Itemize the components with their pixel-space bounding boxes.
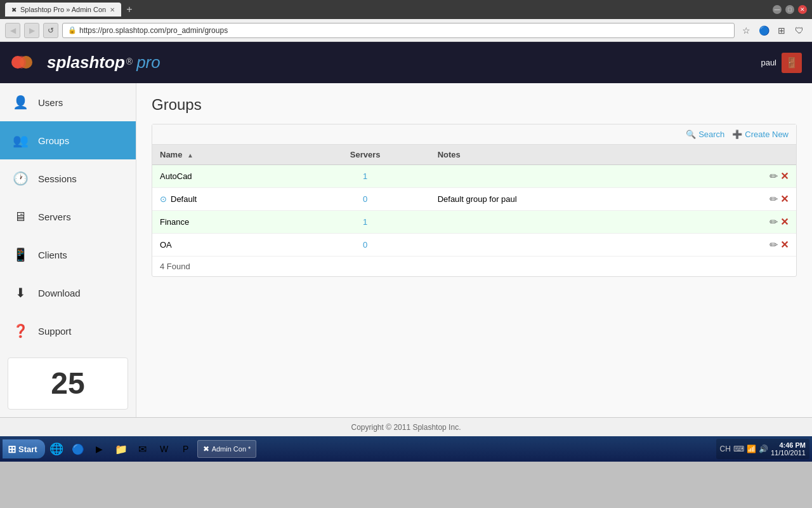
servers-link[interactable]: 1 xyxy=(363,217,367,227)
sidebar-label-servers: Servers xyxy=(38,211,71,222)
content-panel: 🔍 Search ➕ Create New Name ▲ xyxy=(152,124,797,277)
new-tab-button[interactable]: + xyxy=(126,4,132,15)
cell-servers: 1 xyxy=(301,211,430,234)
windows-icon: ⊞ xyxy=(8,443,16,455)
col-actions xyxy=(698,145,796,165)
ssl-lock-icon: 🔒 xyxy=(68,26,77,34)
sidebar-item-support[interactable]: ❓ Support xyxy=(0,312,136,350)
edit-button[interactable]: ✏ xyxy=(769,193,778,205)
edit-button[interactable]: ✏ xyxy=(769,239,778,251)
edit-button[interactable]: ✏ xyxy=(769,170,778,182)
delete-button[interactable]: ✕ xyxy=(780,216,789,228)
logout-button[interactable]: 🚪 xyxy=(782,53,802,73)
servers-link[interactable]: 0 xyxy=(363,194,367,204)
speaker-icon: 🔊 xyxy=(759,444,768,453)
search-button[interactable]: 🔍 Search xyxy=(686,130,724,139)
col-servers: Servers xyxy=(301,145,430,165)
servers-link[interactable]: 1 xyxy=(363,171,367,181)
sessions-icon: 🕐 xyxy=(10,168,30,189)
close-button[interactable]: ✕ xyxy=(798,5,807,14)
cell-notes xyxy=(430,211,699,234)
edit-button[interactable]: ✏ xyxy=(769,216,778,228)
address-bar[interactable]: 🔒 https://pro.splashtop.com/pro_admin/gr… xyxy=(62,23,735,38)
cell-servers: 0 xyxy=(301,188,430,211)
search-label: Search xyxy=(698,130,724,139)
delete-button[interactable]: ✕ xyxy=(780,193,789,205)
browser-extension-2[interactable]: ⊞ xyxy=(774,23,789,38)
word-icon[interactable]: W xyxy=(154,439,174,459)
create-new-label: Create New xyxy=(745,130,789,139)
col-name[interactable]: Name ▲ xyxy=(152,145,301,165)
logo-icon xyxy=(10,48,42,77)
cell-actions: ✏ ✕ xyxy=(698,165,796,188)
servers-icon: 🖥 xyxy=(10,206,30,227)
cell-notes xyxy=(430,234,699,257)
minimize-button[interactable]: — xyxy=(773,5,782,14)
tab-title: Splashtop Pro » Admin Con xyxy=(20,6,106,13)
refresh-button[interactable]: ↺ xyxy=(43,23,58,38)
cell-notes xyxy=(430,165,699,188)
explorer-icon[interactable]: 📁 xyxy=(111,439,131,459)
keyboard-icon: ⌨ xyxy=(733,444,744,453)
cell-notes: Default group for paul xyxy=(430,188,699,211)
maximize-button[interactable]: □ xyxy=(785,5,794,14)
start-button[interactable]: ⊞ Start xyxy=(3,439,45,458)
delete-button[interactable]: ✕ xyxy=(780,170,789,182)
app-header: splashtop®pro paul 🚪 xyxy=(0,42,812,83)
browser-extension-1[interactable]: 🔵 xyxy=(756,23,771,38)
sort-icon: ▲ xyxy=(187,152,193,159)
tab-close-icon[interactable]: ✕ xyxy=(110,6,115,13)
active-app-task[interactable]: ✖ Admin Con * xyxy=(197,440,257,458)
sidebar: 👤 Users 👥 Groups 🕐 Sessions 🖥 Servers 📱 … xyxy=(0,83,136,417)
sidebar-item-groups[interactable]: 👥 Groups xyxy=(0,121,136,159)
sidebar-card: 25 xyxy=(8,358,128,410)
mail-icon[interactable]: ✉ xyxy=(133,439,153,459)
create-new-button[interactable]: ➕ Create New xyxy=(732,130,789,139)
media-icon[interactable]: ▶ xyxy=(89,439,110,459)
sidebar-item-servers[interactable]: 🖥 Servers xyxy=(0,197,136,236)
splashtop-taskbar-icon: ✖ xyxy=(203,444,209,453)
logo-text: splashtop®pro xyxy=(47,53,160,72)
cell-actions: ✏ ✕ xyxy=(698,211,796,234)
sidebar-label-users: Users xyxy=(38,97,63,108)
sidebar-item-clients[interactable]: 📱 Clients xyxy=(0,236,136,274)
url-text: https://pro.splashtop.com/pro_admin/grou… xyxy=(79,26,228,35)
table-row: OA0 ✏ ✕ xyxy=(152,234,796,257)
sidebar-item-sessions[interactable]: 🕐 Sessions xyxy=(0,159,136,197)
sidebar-label-support: Support xyxy=(38,326,72,337)
servers-link[interactable]: 0 xyxy=(363,240,367,250)
create-new-icon: ➕ xyxy=(732,130,742,139)
svg-point-2 xyxy=(17,56,26,69)
panel-toolbar: 🔍 Search ➕ Create New xyxy=(152,124,796,145)
chrome-icon[interactable]: 🔵 xyxy=(68,439,88,459)
browser-extension-3[interactable]: 🛡 xyxy=(792,23,807,38)
users-icon: 👤 xyxy=(10,92,30,112)
groups-table: Name ▲ Servers Notes AutoCad1 ✏ xyxy=(152,145,796,257)
cell-name: AutoCad xyxy=(152,165,301,188)
sidebar-card-number: 25 xyxy=(18,368,117,399)
groups-icon: 👥 xyxy=(10,130,30,150)
logo: splashtop®pro xyxy=(10,48,160,77)
table-row: Finance1 ✏ ✕ xyxy=(152,211,796,234)
header-right: paul 🚪 xyxy=(761,53,802,73)
sidebar-item-users[interactable]: 👤 Users xyxy=(0,83,136,121)
delete-button[interactable]: ✕ xyxy=(780,239,789,251)
bookmark-icon[interactable]: ☆ xyxy=(738,23,754,38)
forward-button[interactable]: ▶ xyxy=(24,23,39,38)
tray-clock: 4:46 PM 11/10/2011 xyxy=(771,441,806,457)
sidebar-label-groups: Groups xyxy=(38,135,69,146)
browser-tab[interactable]: ✖ Splashtop Pro » Admin Con ✕ xyxy=(5,3,121,17)
found-text: 4 Found xyxy=(152,257,796,276)
table-row: ⊙Default0Default group for paul ✏ ✕ xyxy=(152,188,796,211)
sidebar-item-download[interactable]: ⬇ Download xyxy=(0,274,136,312)
cell-name: ⊙Default xyxy=(152,188,301,211)
cell-name: OA xyxy=(152,234,301,257)
cell-actions: ✏ ✕ xyxy=(698,234,796,257)
back-button[interactable]: ◀ xyxy=(5,23,20,38)
download-icon: ⬇ xyxy=(10,283,30,303)
cell-actions: ✏ ✕ xyxy=(698,188,796,211)
ie-icon[interactable]: 🌐 xyxy=(46,439,67,459)
copyright-text: Copyright © 2011 Splashtop Inc. xyxy=(351,423,461,432)
sidebar-label-clients: Clients xyxy=(38,250,67,260)
powerpoint-icon[interactable]: P xyxy=(176,439,196,459)
